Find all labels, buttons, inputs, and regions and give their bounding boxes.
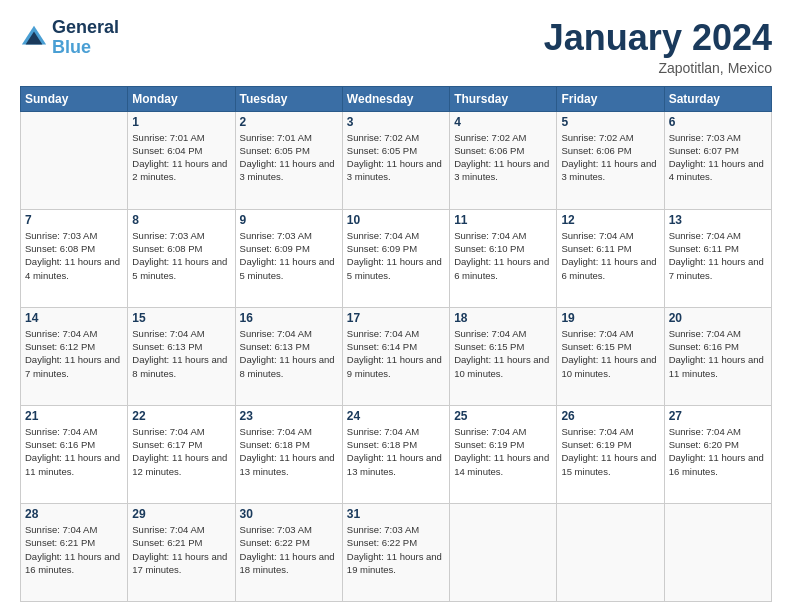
- day-info: Sunrise: 7:03 AM Sunset: 6:08 PM Dayligh…: [25, 229, 123, 282]
- day-info: Sunrise: 7:04 AM Sunset: 6:18 PM Dayligh…: [347, 425, 445, 478]
- table-cell: 5Sunrise: 7:02 AM Sunset: 6:06 PM Daylig…: [557, 111, 664, 209]
- day-info: Sunrise: 7:04 AM Sunset: 6:12 PM Dayligh…: [25, 327, 123, 380]
- day-number: 12: [561, 213, 659, 227]
- day-info: Sunrise: 7:03 AM Sunset: 6:22 PM Dayligh…: [347, 523, 445, 576]
- table-cell: 4Sunrise: 7:02 AM Sunset: 6:06 PM Daylig…: [450, 111, 557, 209]
- week-row-5: 28Sunrise: 7:04 AM Sunset: 6:21 PM Dayli…: [21, 503, 772, 601]
- day-number: 31: [347, 507, 445, 521]
- week-row-1: 1Sunrise: 7:01 AM Sunset: 6:04 PM Daylig…: [21, 111, 772, 209]
- day-info: Sunrise: 7:04 AM Sunset: 6:17 PM Dayligh…: [132, 425, 230, 478]
- day-number: 16: [240, 311, 338, 325]
- col-tuesday: Tuesday: [235, 86, 342, 111]
- table-cell: 6Sunrise: 7:03 AM Sunset: 6:07 PM Daylig…: [664, 111, 771, 209]
- day-info: Sunrise: 7:02 AM Sunset: 6:06 PM Dayligh…: [454, 131, 552, 184]
- day-number: 27: [669, 409, 767, 423]
- table-cell: 22Sunrise: 7:04 AM Sunset: 6:17 PM Dayli…: [128, 405, 235, 503]
- day-number: 24: [347, 409, 445, 423]
- day-number: 13: [669, 213, 767, 227]
- table-cell: 31Sunrise: 7:03 AM Sunset: 6:22 PM Dayli…: [342, 503, 449, 601]
- day-info: Sunrise: 7:04 AM Sunset: 6:20 PM Dayligh…: [669, 425, 767, 478]
- table-cell: 3Sunrise: 7:02 AM Sunset: 6:05 PM Daylig…: [342, 111, 449, 209]
- table-cell: 9Sunrise: 7:03 AM Sunset: 6:09 PM Daylig…: [235, 209, 342, 307]
- week-row-3: 14Sunrise: 7:04 AM Sunset: 6:12 PM Dayli…: [21, 307, 772, 405]
- day-number: 19: [561, 311, 659, 325]
- day-info: Sunrise: 7:04 AM Sunset: 6:19 PM Dayligh…: [561, 425, 659, 478]
- col-thursday: Thursday: [450, 86, 557, 111]
- day-number: 1: [132, 115, 230, 129]
- table-cell: 11Sunrise: 7:04 AM Sunset: 6:10 PM Dayli…: [450, 209, 557, 307]
- day-number: 15: [132, 311, 230, 325]
- day-info: Sunrise: 7:04 AM Sunset: 6:16 PM Dayligh…: [669, 327, 767, 380]
- day-info: Sunrise: 7:04 AM Sunset: 6:19 PM Dayligh…: [454, 425, 552, 478]
- table-cell: 20Sunrise: 7:04 AM Sunset: 6:16 PM Dayli…: [664, 307, 771, 405]
- day-number: 23: [240, 409, 338, 423]
- day-info: Sunrise: 7:04 AM Sunset: 6:15 PM Dayligh…: [454, 327, 552, 380]
- month-title: January 2024: [544, 18, 772, 58]
- day-info: Sunrise: 7:04 AM Sunset: 6:09 PM Dayligh…: [347, 229, 445, 282]
- day-number: 30: [240, 507, 338, 521]
- table-cell: 10Sunrise: 7:04 AM Sunset: 6:09 PM Dayli…: [342, 209, 449, 307]
- col-wednesday: Wednesday: [342, 86, 449, 111]
- week-row-4: 21Sunrise: 7:04 AM Sunset: 6:16 PM Dayli…: [21, 405, 772, 503]
- table-cell: 21Sunrise: 7:04 AM Sunset: 6:16 PM Dayli…: [21, 405, 128, 503]
- table-cell: 14Sunrise: 7:04 AM Sunset: 6:12 PM Dayli…: [21, 307, 128, 405]
- day-number: 25: [454, 409, 552, 423]
- day-info: Sunrise: 7:04 AM Sunset: 6:21 PM Dayligh…: [132, 523, 230, 576]
- day-number: 21: [25, 409, 123, 423]
- table-cell: 26Sunrise: 7:04 AM Sunset: 6:19 PM Dayli…: [557, 405, 664, 503]
- logo-text: General Blue: [52, 18, 119, 58]
- calendar-table: Sunday Monday Tuesday Wednesday Thursday…: [20, 86, 772, 602]
- table-cell: 19Sunrise: 7:04 AM Sunset: 6:15 PM Dayli…: [557, 307, 664, 405]
- table-cell: 29Sunrise: 7:04 AM Sunset: 6:21 PM Dayli…: [128, 503, 235, 601]
- calendar-header: Sunday Monday Tuesday Wednesday Thursday…: [21, 86, 772, 111]
- day-number: 14: [25, 311, 123, 325]
- day-number: 4: [454, 115, 552, 129]
- day-info: Sunrise: 7:03 AM Sunset: 6:07 PM Dayligh…: [669, 131, 767, 184]
- col-monday: Monday: [128, 86, 235, 111]
- table-cell: [557, 503, 664, 601]
- day-number: 29: [132, 507, 230, 521]
- table-cell: 2Sunrise: 7:01 AM Sunset: 6:05 PM Daylig…: [235, 111, 342, 209]
- day-number: 11: [454, 213, 552, 227]
- table-cell: 25Sunrise: 7:04 AM Sunset: 6:19 PM Dayli…: [450, 405, 557, 503]
- day-number: 3: [347, 115, 445, 129]
- title-block: January 2024 Zapotitlan, Mexico: [544, 18, 772, 76]
- day-number: 17: [347, 311, 445, 325]
- day-number: 22: [132, 409, 230, 423]
- day-info: Sunrise: 7:04 AM Sunset: 6:18 PM Dayligh…: [240, 425, 338, 478]
- day-number: 6: [669, 115, 767, 129]
- table-cell: 15Sunrise: 7:04 AM Sunset: 6:13 PM Dayli…: [128, 307, 235, 405]
- logo: General Blue: [20, 18, 119, 58]
- day-info: Sunrise: 7:04 AM Sunset: 6:10 PM Dayligh…: [454, 229, 552, 282]
- page: General Blue January 2024 Zapotitlan, Me…: [0, 0, 792, 612]
- day-number: 28: [25, 507, 123, 521]
- table-cell: 16Sunrise: 7:04 AM Sunset: 6:13 PM Dayli…: [235, 307, 342, 405]
- logo-icon: [20, 24, 48, 52]
- day-info: Sunrise: 7:04 AM Sunset: 6:11 PM Dayligh…: [669, 229, 767, 282]
- table-cell: 28Sunrise: 7:04 AM Sunset: 6:21 PM Dayli…: [21, 503, 128, 601]
- day-info: Sunrise: 7:01 AM Sunset: 6:05 PM Dayligh…: [240, 131, 338, 184]
- table-cell: 13Sunrise: 7:04 AM Sunset: 6:11 PM Dayli…: [664, 209, 771, 307]
- day-number: 2: [240, 115, 338, 129]
- col-sunday: Sunday: [21, 86, 128, 111]
- day-info: Sunrise: 7:04 AM Sunset: 6:15 PM Dayligh…: [561, 327, 659, 380]
- day-number: 10: [347, 213, 445, 227]
- day-info: Sunrise: 7:04 AM Sunset: 6:21 PM Dayligh…: [25, 523, 123, 576]
- header: General Blue January 2024 Zapotitlan, Me…: [20, 18, 772, 76]
- week-row-2: 7Sunrise: 7:03 AM Sunset: 6:08 PM Daylig…: [21, 209, 772, 307]
- day-info: Sunrise: 7:04 AM Sunset: 6:16 PM Dayligh…: [25, 425, 123, 478]
- day-number: 26: [561, 409, 659, 423]
- day-info: Sunrise: 7:04 AM Sunset: 6:11 PM Dayligh…: [561, 229, 659, 282]
- table-cell: 24Sunrise: 7:04 AM Sunset: 6:18 PM Dayli…: [342, 405, 449, 503]
- day-info: Sunrise: 7:04 AM Sunset: 6:13 PM Dayligh…: [132, 327, 230, 380]
- col-friday: Friday: [557, 86, 664, 111]
- day-info: Sunrise: 7:04 AM Sunset: 6:14 PM Dayligh…: [347, 327, 445, 380]
- table-cell: 17Sunrise: 7:04 AM Sunset: 6:14 PM Dayli…: [342, 307, 449, 405]
- table-cell: 1Sunrise: 7:01 AM Sunset: 6:04 PM Daylig…: [128, 111, 235, 209]
- table-cell: 12Sunrise: 7:04 AM Sunset: 6:11 PM Dayli…: [557, 209, 664, 307]
- location: Zapotitlan, Mexico: [544, 60, 772, 76]
- day-number: 8: [132, 213, 230, 227]
- day-number: 7: [25, 213, 123, 227]
- table-cell: [450, 503, 557, 601]
- day-info: Sunrise: 7:03 AM Sunset: 6:08 PM Dayligh…: [132, 229, 230, 282]
